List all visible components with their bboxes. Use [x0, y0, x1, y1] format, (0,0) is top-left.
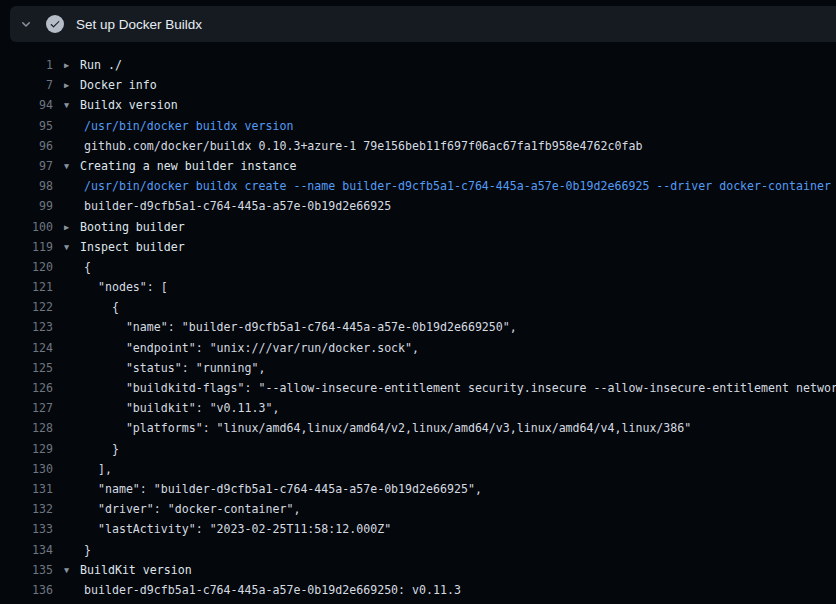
log-row: 128 "platforms": "linux/amd64,linux/amd6… — [0, 418, 836, 438]
log-output-text: "status": "running", — [84, 358, 265, 378]
chevron-down-icon[interactable] — [16, 14, 36, 34]
line-number[interactable]: 120 — [0, 257, 53, 277]
log-row: 120 { — [0, 257, 836, 277]
line-number[interactable]: 7 — [0, 75, 53, 95]
line-number[interactable]: 125 — [0, 358, 53, 378]
line-number[interactable]: 97 — [0, 156, 53, 176]
line-number[interactable]: 130 — [0, 459, 53, 479]
check-circle-icon — [46, 15, 64, 33]
group-toggle-icon[interactable]: ▶ — [53, 75, 80, 95]
group-toggle-icon[interactable]: ▼ — [53, 95, 80, 115]
log-group-title[interactable]: Buildx version — [80, 95, 178, 115]
group-toggle-icon[interactable]: ▶ — [53, 217, 80, 237]
log-output-text: github.com/docker/buildx 0.10.3+azure-1 … — [84, 136, 642, 156]
log-row: 95 /usr/bin/docker buildx version — [0, 116, 836, 136]
log-output-text: "endpoint": "unix:///var/run/docker.sock… — [84, 338, 419, 358]
log-output-text: } — [84, 439, 119, 459]
log-output-text: { — [84, 297, 119, 317]
log-row: 136 builder-d9cfb5a1-c764-445a-a57e-0b19… — [0, 580, 836, 600]
line-number[interactable]: 126 — [0, 378, 53, 398]
log-row: 100 ▶ Booting builder — [0, 217, 836, 237]
line-number[interactable]: 123 — [0, 317, 53, 337]
log-lines: 1 ▶ Run ./ 7 ▶ Docker info 94 ▼ Buildx v… — [0, 55, 836, 600]
log-group-title[interactable]: BuildKit version — [80, 560, 192, 580]
line-number[interactable]: 124 — [0, 338, 53, 358]
line-number[interactable]: 133 — [0, 519, 53, 539]
line-number[interactable]: 128 — [0, 418, 53, 438]
log-row: 127 "buildkit": "v0.11.3", — [0, 398, 836, 418]
log-output-text: "name": "builder-d9cfb5a1-c764-445a-a57e… — [84, 317, 517, 337]
line-number[interactable]: 1 — [0, 55, 53, 75]
log-row: 123 "name": "builder-d9cfb5a1-c764-445a-… — [0, 317, 836, 337]
log-row: 1 ▶ Run ./ — [0, 55, 836, 75]
group-toggle-icon[interactable]: ▼ — [53, 156, 80, 176]
line-number[interactable]: 98 — [0, 176, 53, 196]
log-row: 98 /usr/bin/docker buildx create --name … — [0, 176, 836, 196]
log-output-text: "name": "builder-d9cfb5a1-c764-445a-a57e… — [84, 479, 482, 499]
line-number[interactable]: 122 — [0, 297, 53, 317]
actions-log-page: { "header": { "title": "Set up Docker Bu… — [0, 0, 836, 604]
log-group-title[interactable]: Creating a new builder instance — [80, 156, 296, 176]
log-output-text: "lastActivity": "2023-02-25T11:58:12.000… — [84, 519, 391, 539]
step-title: Set up Docker Buildx — [76, 17, 202, 32]
line-number[interactable]: 95 — [0, 116, 53, 136]
line-number[interactable]: 134 — [0, 540, 53, 560]
log-group-title[interactable]: Inspect builder — [80, 237, 185, 257]
line-number[interactable]: 100 — [0, 217, 53, 237]
log-command-text: /usr/bin/docker buildx version — [84, 116, 293, 136]
log-output-text: "buildkit": "v0.11.3", — [84, 398, 279, 418]
line-number[interactable]: 119 — [0, 237, 53, 257]
log-row: 99 builder-d9cfb5a1-c764-445a-a57e-0b19d… — [0, 196, 836, 216]
line-number[interactable]: 127 — [0, 398, 53, 418]
log-output-text: "buildkitd-flags": "--allow-insecure-ent… — [84, 378, 836, 398]
line-number[interactable]: 132 — [0, 499, 53, 519]
log-output-text: "platforms": "linux/amd64,linux/amd64/v2… — [84, 418, 691, 438]
log-group-title[interactable]: Run ./ — [80, 55, 122, 75]
log-row: 135 ▼ BuildKit version — [0, 560, 836, 580]
log-command-text: /usr/bin/docker buildx create --name bui… — [84, 176, 831, 196]
log-row: 125 "status": "running", — [0, 358, 836, 378]
line-number[interactable]: 94 — [0, 95, 53, 115]
line-number[interactable]: 135 — [0, 560, 53, 580]
log-row: 94 ▼ Buildx version — [0, 95, 836, 115]
line-number[interactable]: 121 — [0, 277, 53, 297]
log-row: 119 ▼ Inspect builder — [0, 237, 836, 257]
log-row: 129 } — [0, 439, 836, 459]
log-row: 122 { — [0, 297, 836, 317]
log-row: 121 "nodes": [ — [0, 277, 836, 297]
log-output-text: } — [84, 540, 91, 560]
group-toggle-icon[interactable]: ▼ — [53, 560, 80, 580]
line-number[interactable]: 131 — [0, 479, 53, 499]
log-row: 124 "endpoint": "unix:///var/run/docker.… — [0, 338, 836, 358]
log-row: 96 github.com/docker/buildx 0.10.3+azure… — [0, 136, 836, 156]
log-group-title[interactable]: Docker info — [80, 75, 157, 95]
log-row: 130 ], — [0, 459, 836, 479]
log-row: 7 ▶ Docker info — [0, 75, 836, 95]
step-header[interactable]: Set up Docker Buildx — [10, 6, 836, 42]
log-output-text: "driver": "docker-container", — [84, 499, 300, 519]
line-number[interactable]: 136 — [0, 580, 53, 600]
log-output-text: ], — [84, 459, 112, 479]
log-output-text: builder-d9cfb5a1-c764-445a-a57e-0b19d2e6… — [84, 580, 461, 600]
log-output-text: builder-d9cfb5a1-c764-445a-a57e-0b19d2e6… — [84, 196, 391, 216]
log-group-title[interactable]: Booting builder — [80, 217, 185, 237]
log-row: 133 "lastActivity": "2023-02-25T11:58:12… — [0, 519, 836, 539]
line-number[interactable]: 96 — [0, 136, 53, 156]
line-number[interactable]: 129 — [0, 439, 53, 459]
log-row: 126 "buildkitd-flags": "--allow-insecure… — [0, 378, 836, 398]
log-output-text: "nodes": [ — [84, 277, 168, 297]
log-output-text: { — [84, 257, 91, 277]
group-toggle-icon[interactable]: ▶ — [53, 55, 80, 75]
log-row: 131 "name": "builder-d9cfb5a1-c764-445a-… — [0, 479, 836, 499]
log-row: 134 } — [0, 540, 836, 560]
line-number[interactable]: 99 — [0, 196, 53, 216]
log-row: 132 "driver": "docker-container", — [0, 499, 836, 519]
group-toggle-icon[interactable]: ▼ — [53, 237, 80, 257]
log-row: 97 ▼ Creating a new builder instance — [0, 156, 836, 176]
